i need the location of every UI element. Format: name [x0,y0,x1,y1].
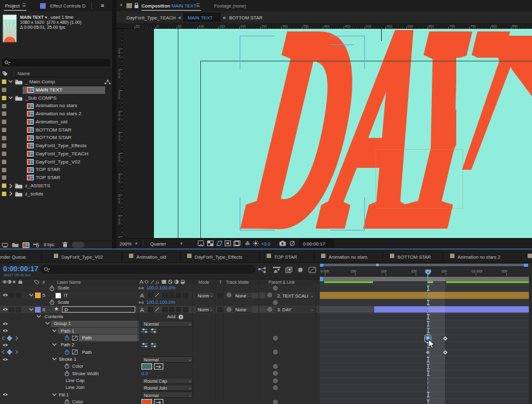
svg-text:0: 0 [118,75,120,79]
svg-text:0: 0 [118,200,120,204]
svg-text:0: 0 [118,96,120,100]
svg-text:700: 700 [449,24,455,28]
svg-text:0: 0 [157,24,159,28]
svg-text:0: 0 [118,54,120,58]
svg-text:600: 600 [407,24,413,28]
svg-text:100: 100 [198,24,204,28]
svg-text:0: 0 [118,221,120,225]
svg-text:750: 750 [471,24,476,28]
svg-text:850: 850 [512,24,518,28]
svg-text:150: 150 [220,24,225,28]
svg-text:800: 800 [491,24,497,28]
svg-text:450: 450 [345,24,350,28]
svg-text:650: 650 [429,24,434,28]
svg-text:50: 50 [136,24,140,28]
svg-text:0: 0 [118,138,120,142]
svg-text:0: 0 [118,158,120,162]
svg-text:550: 550 [387,24,392,28]
svg-text:0: 0 [118,180,120,184]
svg-text:300: 300 [282,24,288,28]
svg-text:250: 250 [262,24,267,28]
svg-text:50: 50 [178,24,182,28]
svg-text:350: 350 [303,24,309,28]
svg-text:0: 0 [118,117,120,121]
svg-text:200: 200 [240,24,246,28]
svg-text:400: 400 [324,24,330,28]
svg-text:500: 500 [366,24,372,28]
